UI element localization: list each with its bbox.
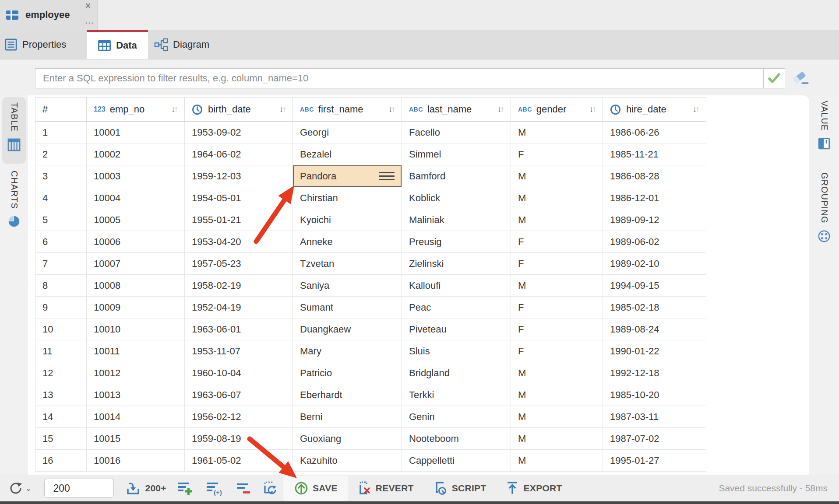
column-header-rownum[interactable]: # (35, 98, 87, 122)
data-cell[interactable]: 10014 (87, 406, 185, 428)
row-number-cell[interactable]: 10 (35, 318, 87, 340)
row-number-cell[interactable]: 2 (35, 144, 87, 165)
duplicate-row-button[interactable]: (+) (206, 481, 222, 496)
data-cell[interactable]: F (511, 318, 603, 340)
data-cell[interactable]: Chirstian (293, 187, 402, 209)
data-cell[interactable]: 10016 (87, 450, 185, 472)
panel-tab-grouping[interactable]: GROUPING (812, 172, 836, 245)
data-cell[interactable]: 1959-12-03 (185, 165, 293, 187)
close-tab-icon[interactable]: × (82, 0, 94, 11)
data-cell[interactable]: 1987-03-11 (603, 406, 706, 428)
data-cell[interactable]: F (511, 144, 603, 165)
data-cell[interactable]: M (511, 165, 603, 187)
tab-properties[interactable]: Properties (4, 30, 66, 59)
data-cell[interactable]: Georgi (293, 122, 402, 144)
row-number-cell[interactable]: 3 (35, 165, 87, 187)
sql-filter-input[interactable] (35, 68, 763, 88)
data-cell[interactable]: Berni (293, 406, 402, 428)
table-row[interactable]: 2100021964-06-02BezalelSimmelF1985-11-21 (35, 144, 706, 165)
fetch-next-page-button[interactable]: 200+ (125, 481, 166, 496)
data-cell[interactable]: 1989-08-24 (603, 318, 706, 340)
table-row[interactable]: 11100111953-11-07MarySluisF1990-01-22 (35, 340, 706, 362)
data-cell[interactable]: Tzvetan (293, 253, 402, 275)
save-button[interactable]: SAVE (283, 476, 348, 501)
table-row[interactable]: 9100091952-04-19SumantPeacF1985-02-18 (35, 297, 706, 318)
data-cell[interactable]: 10013 (87, 384, 185, 406)
data-cell[interactable]: 1989-02-10 (603, 253, 706, 275)
data-cell[interactable]: 1957-05-23 (185, 253, 293, 275)
data-cell[interactable]: M (511, 406, 603, 428)
data-cell[interactable]: 1986-08-28 (603, 165, 706, 187)
data-cell[interactable]: Cappelletti (402, 450, 511, 472)
row-number-cell[interactable]: 8 (35, 275, 87, 297)
row-number-cell[interactable]: 12 (35, 362, 87, 384)
row-number-cell[interactable]: 14 (35, 406, 87, 428)
table-row[interactable]: 5100051955-01-21KyoichiMaliniakM1989-09-… (35, 209, 706, 231)
data-cell[interactable]: 1955-01-21 (185, 209, 293, 231)
data-cell[interactable]: 1964-06-02 (185, 144, 293, 165)
data-cell[interactable]: Simmel (402, 144, 511, 165)
data-cell[interactable]: 10012 (87, 362, 185, 384)
apply-filter-button[interactable] (763, 68, 785, 88)
data-cell[interactable]: 10006 (87, 231, 185, 253)
data-cell[interactable]: F (511, 231, 603, 253)
column-header-hire-date[interactable]: hire_date ↓↑ (603, 98, 706, 122)
panel-tab-value[interactable]: VALUE (812, 101, 836, 152)
table-row[interactable]: 15100151959-08-19GuoxiangNooteboomM1987-… (35, 428, 706, 450)
data-cell[interactable]: Kalloufi (402, 275, 511, 297)
data-cell[interactable]: 1987-07-02 (603, 428, 706, 450)
clear-filter-button[interactable] (791, 68, 810, 88)
data-cell[interactable]: 10007 (87, 253, 185, 275)
table-row[interactable]: 3100031959-12-03PandoraBamfordM1986-08-2… (35, 165, 706, 187)
data-cell[interactable]: 1953-11-07 (185, 340, 293, 362)
sort-toggle-icon[interactable]: ↓↑ (589, 105, 596, 114)
export-button[interactable]: EXPORT (502, 480, 565, 496)
refresh-button[interactable]: ⌄ (8, 480, 31, 496)
data-cell[interactable]: 1960-10-04 (185, 362, 293, 384)
refresh-row-button[interactable] (262, 480, 278, 496)
data-cell[interactable]: 1959-08-19 (185, 428, 293, 450)
data-cell[interactable]: Maliniak (402, 209, 511, 231)
column-header-first-name[interactable]: ABC first_name ↓↑ (293, 98, 402, 122)
row-number-cell[interactable]: 16 (35, 450, 87, 472)
data-cell[interactable]: 1952-04-19 (185, 297, 293, 318)
data-cell[interactable]: 10003 (87, 165, 185, 187)
sort-toggle-icon[interactable]: ↓↑ (279, 105, 286, 114)
row-number-cell[interactable]: 6 (35, 231, 87, 253)
data-cell[interactable]: Nooteboom (402, 428, 511, 450)
data-cell[interactable]: Genin (402, 406, 511, 428)
data-cell[interactable]: Terkki (402, 384, 511, 406)
data-cell[interactable]: F (511, 340, 603, 362)
table-row[interactable]: 6100061953-04-20AnnekePreusigF1989-06-02 (35, 231, 706, 253)
table-row[interactable]: 12100121960-10-04PatricioBridglandM1992-… (35, 362, 706, 384)
sort-toggle-icon[interactable]: ↓↑ (693, 105, 700, 114)
data-cell[interactable]: 1986-12-01 (603, 187, 706, 209)
data-cell[interactable]: 1963-06-07 (185, 384, 293, 406)
data-cell[interactable]: 1985-02-18 (603, 297, 706, 318)
data-cell[interactable]: Eberhardt (293, 384, 402, 406)
data-cell[interactable]: 1956-02-12 (185, 406, 293, 428)
data-cell[interactable]: M (511, 362, 603, 384)
data-cell[interactable]: 1961-05-02 (185, 450, 293, 472)
row-number-cell[interactable]: 5 (35, 209, 87, 231)
script-button[interactable]: SCRIPT (429, 480, 489, 496)
row-number-cell[interactable]: 11 (35, 340, 87, 362)
data-cell[interactable]: Bamford (402, 165, 511, 187)
cell-menu-icon[interactable] (379, 172, 395, 180)
data-cell[interactable]: M (511, 187, 603, 209)
data-cell[interactable]: 10002 (87, 144, 185, 165)
data-cell[interactable]: 1963-06-01 (185, 318, 293, 340)
data-cell[interactable]: 1995-01-27 (603, 450, 706, 472)
tab-employee[interactable]: employee × … (0, 0, 98, 30)
data-cell[interactable]: Kyoichi (293, 209, 402, 231)
data-cell[interactable]: 10010 (87, 318, 185, 340)
data-cell[interactable]: 1994-09-15 (603, 275, 706, 297)
panel-tab-table[interactable]: TABLE (2, 97, 26, 164)
data-cell[interactable]: 1990-01-22 (603, 340, 706, 362)
row-number-cell[interactable]: 13 (35, 384, 87, 406)
data-cell[interactable]: M (511, 428, 603, 450)
add-row-button[interactable] (177, 481, 193, 496)
data-cell[interactable]: Sumant (293, 297, 402, 318)
table-row[interactable]: 16100161961-05-02KazuhitoCappellettiM199… (35, 450, 706, 472)
table-row[interactable]: 1100011953-09-02GeorgiFacelloM1986-06-26 (35, 122, 706, 144)
